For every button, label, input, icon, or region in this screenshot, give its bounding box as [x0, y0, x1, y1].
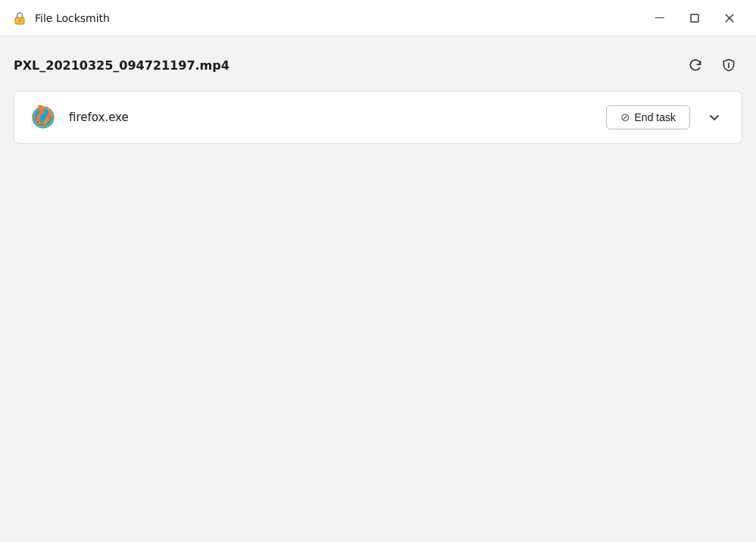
firefox-icon: [30, 104, 57, 131]
shield-icon: [721, 58, 736, 73]
svg-rect-3: [691, 14, 698, 22]
end-task-icon: ⊘: [620, 111, 630, 124]
title-bar-left: File Locksmith: [12, 11, 110, 26]
process-name: firefox.exe: [69, 111, 594, 124]
filename-label: PXL_20210325_094721197.mp4: [14, 58, 230, 73]
svg-point-1: [19, 20, 20, 21]
refresh-button[interactable]: [682, 51, 709, 79]
chevron-down-icon: [708, 111, 720, 123]
process-list: firefox.exe ⊘ End task: [14, 91, 742, 144]
app-title: File Locksmith: [35, 12, 110, 24]
title-bar: File Locksmith: [0, 0, 756, 36]
close-button[interactable]: [712, 6, 747, 30]
svg-point-6: [729, 67, 729, 67]
top-actions: [682, 51, 742, 79]
refresh-icon: [688, 58, 703, 73]
window-controls: [642, 6, 747, 30]
top-row: PXL_20210325_094721197.mp4: [14, 51, 742, 79]
end-task-label: End task: [635, 111, 676, 123]
minimize-button[interactable]: [642, 6, 677, 30]
lock-icon: [12, 11, 27, 26]
end-task-button[interactable]: ⊘ End task: [606, 105, 690, 129]
process-card: firefox.exe ⊘ End task: [14, 91, 742, 144]
maximize-button[interactable]: [677, 6, 712, 30]
expand-button[interactable]: [702, 105, 726, 129]
shield-button[interactable]: [715, 51, 742, 79]
main-content: PXL_20210325_094721197.mp4: [0, 36, 756, 542]
